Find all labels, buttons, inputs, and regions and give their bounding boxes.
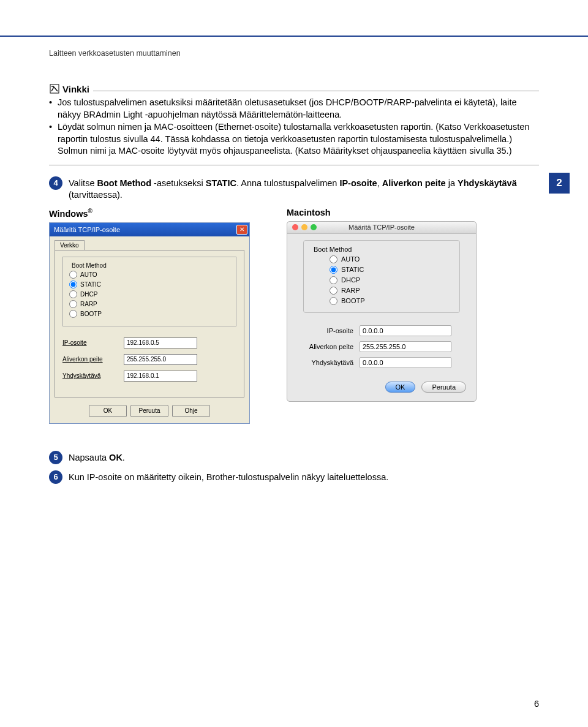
note-heading: Vinkki [49, 83, 539, 94]
note-rule [49, 165, 539, 165]
cancel-button[interactable]: Peruuta [130, 405, 168, 417]
gateway-label: Yhdyskäytävä [303, 359, 360, 366]
mac-titlebar: Määritä TCP/IP-osoite [287, 222, 476, 234]
step-4: 4 Valitse Boot Method -asetukseksi STATI… [49, 176, 539, 202]
radio-dhcp[interactable]: DHCP [330, 276, 452, 284]
radio-auto[interactable]: AUTO [330, 255, 452, 263]
chapter-tab: 2 [549, 173, 570, 194]
mask-input[interactable] [124, 354, 197, 365]
step-6: 6 Kun IP-osoite on määritetty oikein, Br… [49, 470, 539, 484]
bootmethod-fieldset: Boot Method AUTO STATIC DHCP RARP BOOTP [303, 240, 460, 313]
bootmethod-fieldset: Boot Method AUTO STATIC DHCP RARP BOOTP [62, 257, 236, 326]
ip-label: IP-osoite [62, 339, 124, 346]
page-header: Laitteen verkkoasetusten muuttaminen [49, 49, 539, 58]
windows-label: Windows® [49, 208, 250, 219]
radio-label: AUTO [341, 255, 360, 263]
os-label-text: Windows [49, 209, 88, 219]
ok-button[interactable]: OK [385, 382, 416, 393]
help-button[interactable]: Ohje [172, 405, 210, 417]
step-number-badge: 5 [49, 451, 62, 464]
bootmethod-legend: Boot Method [69, 262, 109, 269]
radio-rarp[interactable]: RARP [69, 300, 230, 308]
note-title: Vinkki [62, 84, 89, 94]
radio-label: BOOTP [341, 297, 365, 304]
step-text: Kun IP-osoite on määritetty oikein, Brot… [69, 470, 539, 484]
note-bullet-text: Löydät solmun nimen ja MAC-osoitteen (Et… [58, 122, 530, 156]
step-text: Napsauta OK. [69, 451, 539, 464]
note-bullet: Löydät solmun nimen ja MAC-osoitteen (Et… [49, 121, 539, 157]
radio-bootp[interactable]: BOOTP [69, 310, 230, 318]
radio-dhcp[interactable]: DHCP [69, 290, 230, 298]
note-rule [93, 91, 539, 91]
ip-input[interactable] [124, 337, 197, 348]
note-box: Vinkki Jos tulostuspalvelimen asetuksiks… [49, 83, 539, 165]
radio-auto[interactable]: AUTO [69, 271, 230, 279]
step-number-badge: 6 [49, 470, 62, 484]
gateway-label: Yhdyskäytävä [62, 372, 124, 379]
windows-title: Määritä TCP/IP-osoite [54, 226, 120, 233]
ip-label: IP-osoite [303, 327, 360, 334]
note-icon [49, 83, 60, 94]
mask-label: Aliverkon peite [303, 343, 360, 350]
cancel-button[interactable]: Peruuta [421, 382, 466, 393]
step-number-badge: 4 [49, 176, 62, 190]
radio-label: BOOTP [80, 311, 102, 317]
radio-static[interactable]: STATIC [330, 266, 452, 274]
radio-label: AUTO [80, 271, 97, 278]
bootmethod-legend: Boot Method [311, 246, 354, 253]
close-icon[interactable]: ✕ [236, 225, 247, 235]
step-text: Valitse Boot Method -asetukseksi STATIC.… [69, 176, 539, 202]
page-number: 6 [534, 699, 539, 709]
mask-label: Aliverkon peite [62, 356, 124, 363]
radio-label: STATIC [341, 266, 364, 273]
ip-input[interactable] [360, 325, 451, 336]
radio-label: DHCP [80, 291, 97, 298]
windows-titlebar: Määritä TCP/IP-osoite ✕ [50, 223, 249, 236]
gateway-input[interactable] [360, 357, 451, 368]
svg-rect-0 [50, 85, 59, 93]
radio-label: DHCP [341, 276, 360, 284]
tab-network[interactable]: Verkko [55, 240, 85, 250]
mask-input[interactable] [360, 341, 451, 352]
radio-rarp[interactable]: RARP [330, 287, 452, 295]
windows-dialog: Määritä TCP/IP-osoite ✕ Verkko Boot Meth… [49, 222, 250, 424]
note-bullet: Jos tulostuspalvelimen asetuksiksi määri… [49, 97, 539, 121]
radio-label: RARP [80, 301, 97, 307]
gateway-input[interactable] [124, 371, 197, 382]
radio-label: STATIC [80, 281, 101, 288]
registered-mark: ® [88, 208, 92, 214]
macintosh-label: Macintosh [287, 208, 477, 217]
radio-bootp[interactable]: BOOTP [330, 297, 452, 305]
top-rule [0, 36, 588, 37]
mac-title: Määritä TCP/IP-osoite [287, 224, 476, 231]
step-5: 5 Napsauta OK. [49, 451, 539, 464]
mac-dialog: Määritä TCP/IP-osoite Boot Method AUTO S… [287, 221, 477, 402]
ok-button[interactable]: OK [89, 405, 127, 417]
radio-static[interactable]: STATIC [69, 281, 230, 288]
radio-label: RARP [341, 287, 360, 294]
